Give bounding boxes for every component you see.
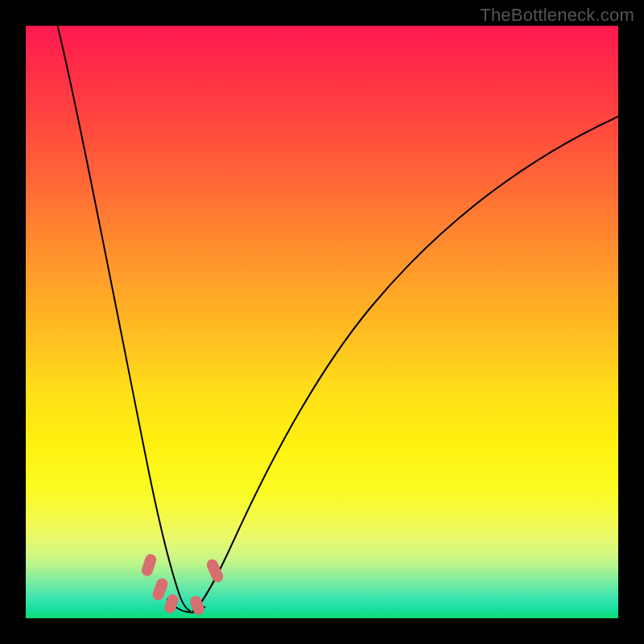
marker-2 [151,576,170,601]
curve-right-branch [193,114,623,611]
curves-layer [26,26,618,618]
marker-3 [163,592,180,614]
marker-1 [140,553,158,578]
chart-frame: TheBottleneck.com [0,0,644,644]
watermark-text: TheBottleneck.com [480,5,634,26]
curve-left-branch [56,21,190,611]
marker-5 [205,557,225,584]
